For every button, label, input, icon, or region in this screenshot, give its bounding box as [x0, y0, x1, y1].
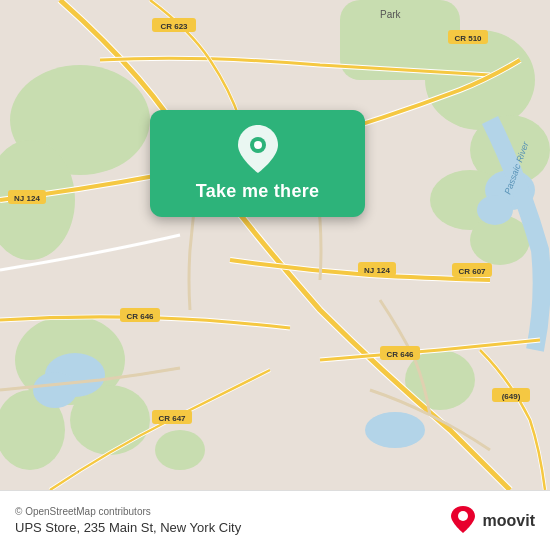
svg-point-17: [365, 412, 425, 448]
svg-text:(649): (649): [502, 392, 521, 401]
address-text: UPS Store, 235 Main St, New York City: [15, 520, 241, 535]
svg-text:CR 510: CR 510: [454, 34, 482, 43]
svg-text:CR 623: CR 623: [160, 22, 188, 31]
svg-text:CR 646: CR 646: [126, 312, 154, 321]
svg-point-16: [33, 372, 77, 408]
svg-point-14: [477, 195, 513, 225]
svg-point-42: [254, 141, 262, 149]
bottom-bar: © OpenStreetMap contributors UPS Store, …: [0, 490, 550, 550]
svg-text:NJ 124: NJ 124: [14, 194, 40, 203]
take-me-there-button[interactable]: Take me there: [150, 110, 365, 217]
svg-text:CR 607: CR 607: [458, 267, 486, 276]
map-container: CR 623 NJ 124 NJ 124 NJ 124 CR 510 CR 60…: [0, 0, 550, 490]
svg-text:Park: Park: [380, 9, 402, 20]
take-me-there-label: Take me there: [196, 181, 320, 202]
svg-text:CR 647: CR 647: [158, 414, 186, 423]
copyright-text: © OpenStreetMap contributors: [15, 506, 241, 517]
location-pin-icon: [238, 125, 278, 173]
moovit-logo: moovit: [447, 505, 535, 537]
moovit-text: moovit: [483, 512, 535, 530]
svg-text:NJ 124: NJ 124: [364, 266, 390, 275]
moovit-icon: [447, 505, 479, 537]
svg-point-43: [458, 511, 468, 521]
svg-point-12: [155, 430, 205, 470]
svg-text:CR 646: CR 646: [386, 350, 414, 359]
